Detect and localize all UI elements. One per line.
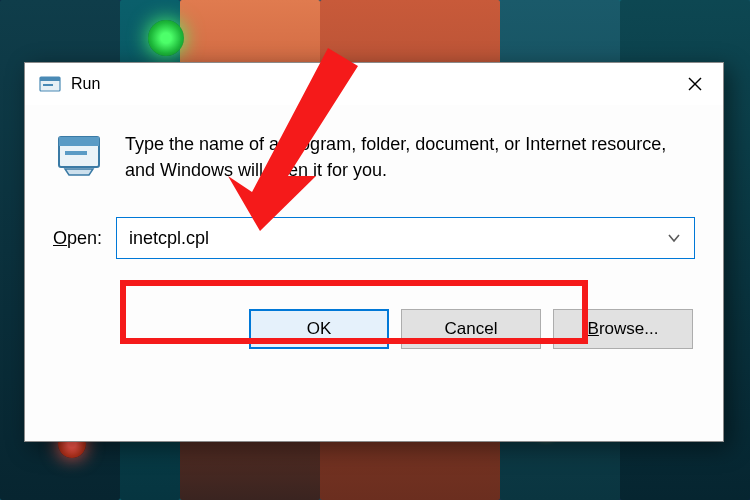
close-button[interactable] — [667, 63, 723, 105]
run-title-icon — [39, 73, 61, 95]
dialog-title: Run — [71, 75, 667, 93]
ok-button[interactable]: OK — [249, 309, 389, 349]
open-combobox[interactable] — [116, 217, 695, 259]
combo-dropdown-button[interactable] — [654, 218, 694, 258]
browse-button[interactable]: Browse... — [553, 309, 693, 349]
run-dialog: Run Type the name of a program, folder, … — [24, 62, 724, 442]
run-icon — [53, 127, 105, 179]
open-label: Open: — [53, 228, 102, 249]
titlebar[interactable]: Run — [25, 63, 723, 105]
chevron-down-icon — [667, 231, 681, 245]
svg-rect-7 — [65, 151, 87, 155]
cancel-button[interactable]: Cancel — [401, 309, 541, 349]
dialog-description: Type the name of a program, folder, docu… — [125, 127, 695, 183]
close-icon — [688, 77, 702, 91]
svg-rect-1 — [40, 77, 60, 81]
open-input[interactable] — [117, 218, 654, 258]
svg-rect-6 — [59, 137, 99, 146]
svg-rect-2 — [43, 84, 53, 86]
